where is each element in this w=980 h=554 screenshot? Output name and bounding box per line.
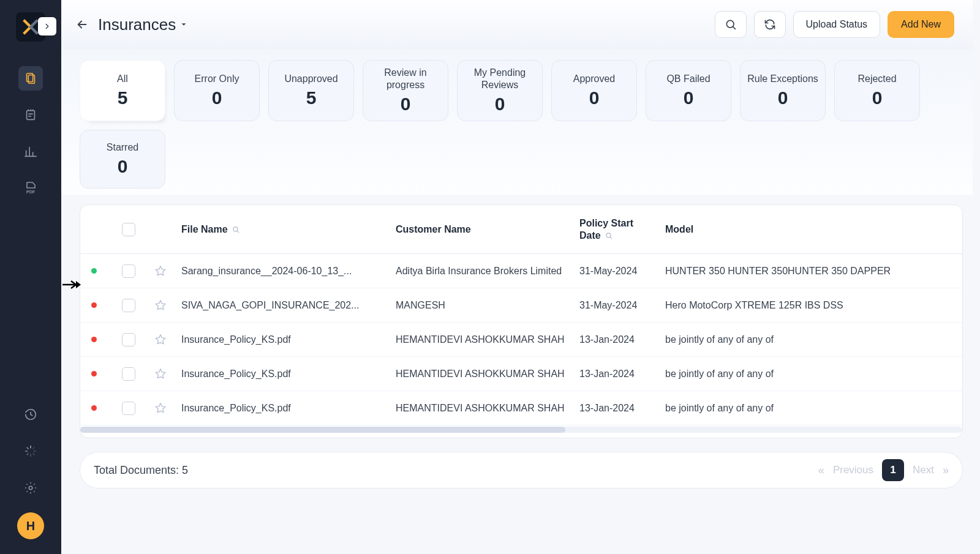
filter-card-count: 0: [212, 88, 222, 108]
table-row[interactable]: Insurance_Policy_KS.pdfHEMANTIDEVI ASHOK…: [80, 323, 962, 357]
cell-customer-name: MANGESH: [396, 300, 579, 311]
cell-policy-start-date: 13-Jan-2024: [579, 334, 665, 345]
history-icon: [24, 408, 37, 421]
documents-icon: [24, 72, 37, 85]
filter-card[interactable]: Review in progress0: [363, 60, 448, 121]
filter-card-count: 5: [306, 88, 317, 108]
col-file-name[interactable]: File Name: [181, 224, 228, 235]
star-icon: [154, 367, 167, 381]
star-button[interactable]: [154, 333, 181, 346]
notes-icon: [24, 108, 37, 122]
cell-file-name: SIVA_NAGA_GOPI_INSURANCE_202...: [181, 300, 396, 311]
cell-file-name: Insurance_Policy_KS.pdf: [181, 403, 396, 414]
loading-icon: [24, 444, 37, 458]
cell-policy-start-date: 31-May-2024: [579, 266, 665, 277]
star-button[interactable]: [154, 299, 181, 312]
pager-previous[interactable]: Previous: [833, 464, 873, 476]
search-icon[interactable]: [605, 231, 613, 240]
row-checkbox[interactable]: [122, 264, 135, 278]
filter-card-count: 0: [118, 156, 128, 177]
filter-cards: All5Error Only0Unapproved5Review in prog…: [61, 49, 973, 195]
table-row[interactable]: Insurance_Policy_KS.pdfHEMANTIDEVI ASHOK…: [80, 391, 962, 425]
filter-card-label: Review in progress: [367, 67, 444, 91]
page-title: Insurances: [98, 15, 176, 34]
filter-card[interactable]: Starred0: [80, 130, 165, 189]
filter-card[interactable]: All5: [80, 60, 165, 121]
add-new-button[interactable]: Add New: [888, 11, 954, 38]
sidebar-item-loading[interactable]: [18, 439, 43, 463]
search-button[interactable]: [715, 11, 747, 38]
avatar[interactable]: H: [17, 512, 44, 539]
filter-card-count: 0: [872, 88, 883, 108]
row-checkbox[interactable]: [122, 333, 135, 346]
cell-file-name: Insurance_Policy_KS.pdf: [181, 334, 396, 345]
cell-customer-name: HEMANTIDEVI ASHOKKUMAR SHAH: [396, 369, 579, 380]
pager-last[interactable]: »: [943, 464, 949, 477]
filter-card-count: 5: [118, 88, 128, 108]
cell-model: be jointly of any of any of: [665, 403, 922, 414]
pagination-bar: Total Documents: 5 « Previous 1 Next »: [80, 452, 963, 488]
refresh-button[interactable]: [754, 11, 786, 38]
filter-card[interactable]: Approved0: [551, 60, 637, 121]
star-icon: [154, 402, 167, 415]
cell-model: be jointly of any of any of: [665, 369, 922, 380]
star-button[interactable]: [154, 264, 181, 278]
filter-card-count: 0: [778, 88, 788, 108]
filter-card-count: 0: [495, 94, 505, 114]
cell-policy-start-date: 31-May-2024: [579, 300, 665, 311]
star-button[interactable]: [154, 402, 181, 415]
sidebar-item-settings[interactable]: [18, 476, 43, 500]
svg-point-7: [606, 233, 611, 237]
upload-status-button[interactable]: Upload Status: [793, 11, 881, 38]
filter-card-label: Rejected: [858, 73, 896, 85]
cell-file-name: Insurance_Policy_KS.pdf: [181, 369, 396, 380]
star-icon: [154, 264, 167, 278]
filter-card-label: Rule Exceptions: [747, 73, 818, 85]
col-model[interactable]: Model: [665, 224, 693, 235]
table-row[interactable]: Sarang_insurance__2024-06-10_13_...Adity…: [80, 254, 962, 288]
scrollbar-thumb[interactable]: [80, 427, 565, 433]
page-title-dropdown[interactable]: Insurances: [98, 15, 188, 34]
cell-policy-start-date: 13-Jan-2024: [579, 369, 665, 380]
filter-card[interactable]: QB Failed0: [646, 60, 731, 121]
filter-card[interactable]: Rejected0: [834, 60, 920, 121]
row-checkbox[interactable]: [122, 367, 135, 381]
filter-card-label: Unapproved: [284, 73, 337, 85]
filter-card-label: QB Failed: [666, 73, 710, 85]
back-button[interactable]: [74, 16, 91, 33]
cell-model: be jointly of any of any of: [665, 334, 922, 345]
star-button[interactable]: [154, 367, 181, 381]
sidebar-expand-button[interactable]: [38, 17, 56, 36]
gear-icon: [24, 481, 37, 495]
pager-current[interactable]: 1: [882, 459, 904, 481]
sidebar: PDF H: [0, 0, 61, 554]
filter-card[interactable]: My Pending Reviews0: [457, 60, 543, 121]
search-icon[interactable]: [232, 225, 240, 234]
cell-file-name: Sarang_insurance__2024-06-10_13_...: [181, 266, 396, 277]
topbar: Insurances Upload Status Add New: [61, 0, 973, 49]
sidebar-item-documents[interactable]: [18, 66, 43, 91]
row-checkbox[interactable]: [122, 402, 135, 415]
horizontal-scrollbar[interactable]: [80, 427, 962, 433]
filter-card-count: 0: [589, 88, 600, 108]
table-row[interactable]: SIVA_NAGA_GOPI_INSURANCE_202...MANGESH31…: [80, 288, 962, 323]
star-icon: [154, 299, 167, 312]
col-policy-start-date[interactable]: Date: [579, 230, 601, 242]
sidebar-item-pdf[interactable]: PDF: [18, 176, 43, 201]
sidebar-item-history[interactable]: [18, 402, 43, 427]
pager-first[interactable]: «: [818, 464, 824, 477]
col-customer-name[interactable]: Customer Name: [396, 224, 471, 235]
filter-card-label: Approved: [573, 73, 616, 85]
status-dot: [91, 371, 97, 376]
total-documents: Total Documents: 5: [94, 464, 188, 477]
select-all-checkbox[interactable]: [122, 223, 135, 236]
sidebar-item-analytics[interactable]: [18, 140, 43, 164]
chevron-right-icon: [43, 22, 51, 31]
row-checkbox[interactable]: [122, 299, 135, 312]
filter-card[interactable]: Unapproved5: [268, 60, 354, 121]
sidebar-item-notes[interactable]: [18, 103, 43, 127]
pager-next[interactable]: Next: [913, 464, 934, 476]
filter-card[interactable]: Rule Exceptions0: [740, 60, 826, 121]
table-row[interactable]: Insurance_Policy_KS.pdfHEMANTIDEVI ASHOK…: [80, 357, 962, 391]
filter-card[interactable]: Error Only0: [174, 60, 260, 121]
